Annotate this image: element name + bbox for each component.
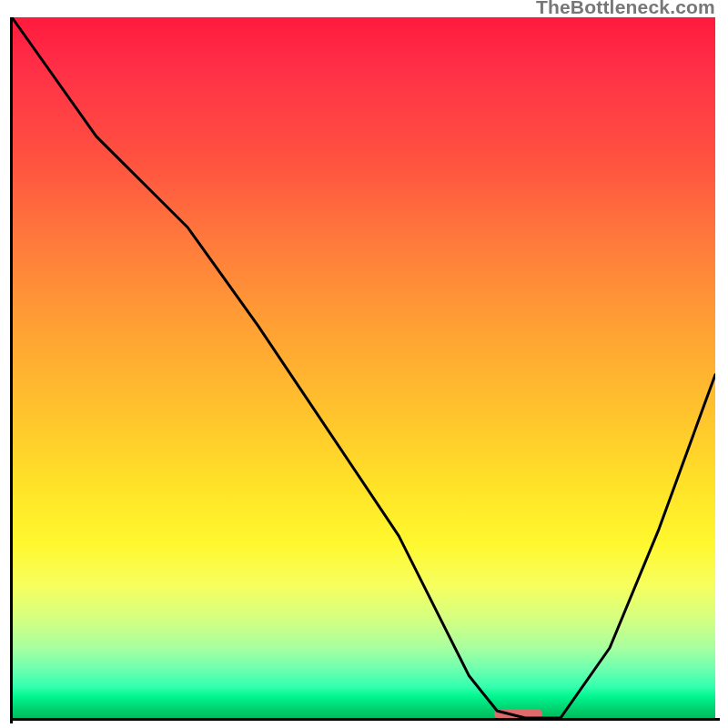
plot-area [12, 17, 715, 718]
chart-container: TheBottleneck.com [0, 0, 728, 728]
optimum-marker [494, 709, 541, 718]
x-axis [10, 718, 720, 721]
watermark-text: TheBottleneck.com [536, 0, 715, 16]
y-axis [10, 17, 13, 723]
background-gradient [12, 17, 715, 718]
